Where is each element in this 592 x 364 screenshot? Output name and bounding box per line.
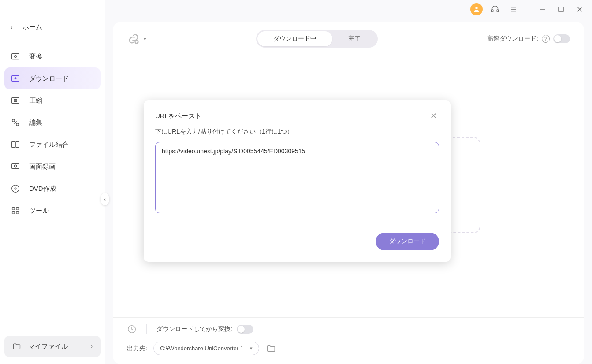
- nav-label: DVD作成: [29, 185, 56, 193]
- edit-icon: [11, 118, 20, 127]
- sidebar-collapse-toggle[interactable]: ‹: [101, 193, 109, 205]
- convert-after-toggle[interactable]: [237, 325, 253, 334]
- svg-rect-7: [16, 142, 19, 148]
- titlebar: [105, 0, 592, 19]
- link-plus-icon: [127, 32, 140, 45]
- maximize-button[interactable]: [555, 3, 567, 15]
- merge-icon: [11, 140, 20, 149]
- paste-url-modal: URLをペースト ✕ 下にURLを入力/貼り付けてください（1行に1つ） ダウン…: [144, 100, 451, 262]
- sidebar-item-tools[interactable]: ツール: [4, 200, 101, 222]
- nav-label: ファイル結合: [29, 141, 69, 149]
- headset-icon[interactable]: [489, 3, 501, 15]
- minimize-button[interactable]: [536, 3, 549, 15]
- avatar[interactable]: [470, 3, 483, 15]
- nav-label: 編集: [29, 119, 42, 127]
- sidebar-item-download[interactable]: ダウンロード: [4, 67, 101, 89]
- svg-point-11: [15, 188, 16, 189]
- fast-download-toggle[interactable]: [553, 34, 570, 43]
- back-chevron-icon: ‹: [11, 24, 13, 31]
- folder-icon: [12, 342, 21, 351]
- tools-icon: [11, 206, 20, 215]
- fast-download-row: 高速ダウンロード: ?: [487, 34, 570, 43]
- download-button[interactable]: ダウンロード: [376, 233, 439, 250]
- schedule-icon[interactable]: [127, 324, 137, 334]
- convert-icon: [11, 52, 20, 61]
- bottombar: ダウンロードしてから変換: 出力先: C:¥Wondershare UniCon…: [113, 317, 584, 364]
- output-path-text: C:¥Wondershare UniConverter 1: [160, 345, 246, 352]
- modal-subtitle: 下にURLを入力/貼り付けてください（1行に1つ）: [155, 128, 439, 136]
- convert-after-row: ダウンロードしてから変換:: [156, 325, 253, 334]
- output-label: 出力先:: [127, 345, 147, 353]
- svg-rect-13: [16, 208, 19, 210]
- svg-point-9: [14, 165, 17, 167]
- sidebar-item-convert[interactable]: 変換: [4, 45, 101, 67]
- paste-link-button[interactable]: ▾: [127, 32, 146, 45]
- tab-done[interactable]: 完了: [332, 31, 376, 46]
- myfile-button[interactable]: マイファイル ›: [4, 336, 101, 357]
- myfile-label: マイファイル: [28, 342, 84, 351]
- chevron-down-icon: ▾: [250, 345, 253, 351]
- sidebar-item-record[interactable]: 画面録画: [4, 156, 101, 178]
- home-button[interactable]: ‹ ホーム: [0, 18, 105, 37]
- sidebar-item-merge[interactable]: ファイル結合: [4, 134, 101, 156]
- nav-label: 変換: [29, 52, 42, 61]
- close-button[interactable]: [573, 3, 586, 15]
- svg-rect-19: [559, 7, 563, 11]
- chevron-right-icon: ›: [91, 343, 93, 349]
- svg-point-16: [475, 7, 477, 9]
- svg-rect-0: [12, 54, 19, 59]
- modal-title: URLをペースト: [155, 112, 201, 120]
- help-icon[interactable]: ?: [542, 35, 550, 43]
- svg-rect-12: [12, 208, 15, 210]
- chevron-down-icon: ▾: [144, 36, 146, 42]
- svg-point-10: [12, 185, 19, 193]
- svg-rect-18: [497, 10, 498, 12]
- record-icon: [11, 162, 20, 171]
- tab-downloading[interactable]: ダウンロード中: [257, 31, 332, 46]
- nav-label: 圧縮: [29, 97, 42, 105]
- fast-download-label: 高速ダウンロード:: [487, 35, 538, 43]
- svg-rect-8: [12, 164, 19, 169]
- sidebar: ‹ ホーム 変換 ダウンロード 圧縮 編集: [0, 0, 105, 364]
- svg-rect-17: [492, 10, 493, 12]
- output-path-select[interactable]: C:¥Wondershare UniConverter 1 ▾: [153, 342, 259, 355]
- nav-label: 画面録画: [29, 163, 56, 171]
- nav-list: 変換 ダウンロード 圧縮 編集 ファイル結合: [0, 45, 105, 222]
- tabs: ダウンロード中 完了: [256, 30, 378, 48]
- svg-rect-6: [12, 142, 15, 148]
- convert-after-label: ダウンロードしてから変換:: [156, 325, 232, 333]
- sidebar-item-compress[interactable]: 圧縮: [4, 89, 101, 111]
- compress-icon: [11, 96, 20, 105]
- svg-rect-15: [16, 212, 19, 214]
- dvd-icon: [11, 184, 20, 193]
- modal-close-button[interactable]: ✕: [428, 110, 439, 122]
- url-textarea[interactable]: [155, 142, 439, 213]
- divider: [146, 324, 147, 334]
- open-folder-button[interactable]: [265, 343, 277, 354]
- nav-label: ダウンロード: [29, 74, 69, 83]
- home-label: ホーム: [22, 23, 42, 31]
- svg-point-1: [15, 56, 17, 58]
- download-icon: [11, 74, 20, 83]
- sidebar-item-edit[interactable]: 編集: [4, 111, 101, 134]
- topbar: ▾ ダウンロード中 完了 高速ダウンロード: ?: [113, 22, 584, 53]
- sidebar-item-dvd[interactable]: DVD作成: [4, 178, 101, 200]
- svg-rect-14: [12, 212, 15, 214]
- menu-icon[interactable]: [507, 3, 520, 15]
- nav-label: ツール: [29, 207, 49, 215]
